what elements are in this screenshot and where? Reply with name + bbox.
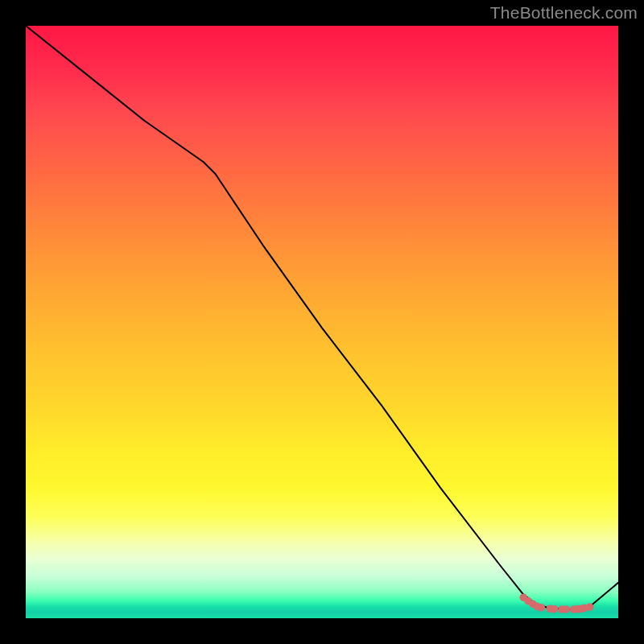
background-gradient — [26, 26, 618, 618]
plot-area — [26, 26, 618, 618]
watermark-text: TheBottleneck.com — [490, 3, 638, 23]
chart-stage: TheBottleneck.com — [0, 0, 644, 644]
gradient-fill — [26, 26, 618, 618]
